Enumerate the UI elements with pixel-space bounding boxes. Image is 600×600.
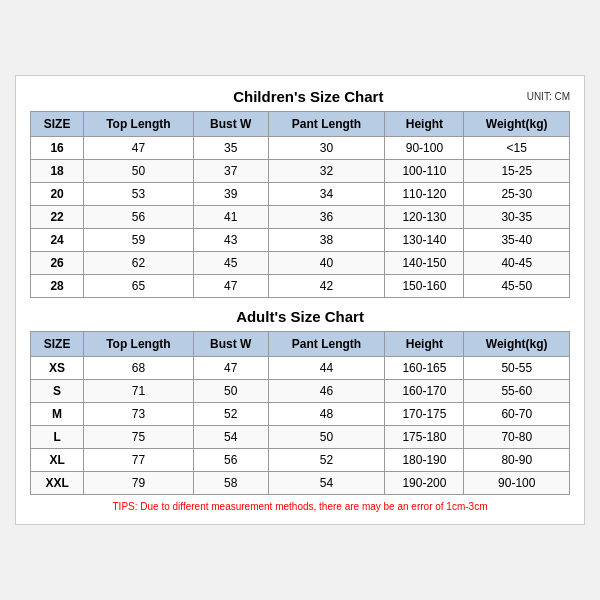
data-cell: 47 xyxy=(193,357,268,380)
data-cell: 53 xyxy=(84,183,193,206)
size-chart-container: Children's Size Chart UNIT: CM SIZE Top … xyxy=(15,75,585,525)
data-cell: 47 xyxy=(193,275,268,298)
children-size-table: SIZE Top Length Bust W Pant Length Heigh… xyxy=(30,111,570,298)
data-cell: 52 xyxy=(268,449,385,472)
adult-title-row: Adult's Size Chart xyxy=(30,308,570,325)
data-cell: 65 xyxy=(84,275,193,298)
data-cell: 25-30 xyxy=(464,183,570,206)
data-cell: 175-180 xyxy=(385,426,464,449)
data-cell: 50 xyxy=(268,426,385,449)
data-cell: 41 xyxy=(193,206,268,229)
data-cell: 70-80 xyxy=(464,426,570,449)
size-cell: XXL xyxy=(31,472,84,495)
data-cell: 35 xyxy=(193,137,268,160)
table-row: 20533934110-12025-30 xyxy=(31,183,570,206)
adult-header-height: Height xyxy=(385,332,464,357)
data-cell: 90-100 xyxy=(385,137,464,160)
data-cell: 52 xyxy=(193,403,268,426)
size-cell: XS xyxy=(31,357,84,380)
table-row: XS684744160-16550-55 xyxy=(31,357,570,380)
data-cell: 35-40 xyxy=(464,229,570,252)
size-cell: 24 xyxy=(31,229,84,252)
data-cell: 30-35 xyxy=(464,206,570,229)
data-cell: 40 xyxy=(268,252,385,275)
data-cell: 50-55 xyxy=(464,357,570,380)
data-cell: 50 xyxy=(193,380,268,403)
table-row: 28654742150-16045-50 xyxy=(31,275,570,298)
data-cell: 46 xyxy=(268,380,385,403)
size-cell: 28 xyxy=(31,275,84,298)
data-cell: 120-130 xyxy=(385,206,464,229)
table-row: M735248170-17560-70 xyxy=(31,403,570,426)
adult-size-table: SIZE Top Length Bust W Pant Length Heigh… xyxy=(30,331,570,495)
adult-table-body: XS684744160-16550-55S715046160-17055-60M… xyxy=(31,357,570,495)
children-header-row: SIZE Top Length Bust W Pant Length Heigh… xyxy=(31,112,570,137)
data-cell: 180-190 xyxy=(385,449,464,472)
table-row: L755450175-18070-80 xyxy=(31,426,570,449)
adult-header-row: SIZE Top Length Bust W Pant Length Heigh… xyxy=(31,332,570,357)
table-row: S715046160-17055-60 xyxy=(31,380,570,403)
data-cell: 15-25 xyxy=(464,160,570,183)
children-chart-title: Children's Size Chart xyxy=(90,88,527,105)
size-cell: M xyxy=(31,403,84,426)
data-cell: 73 xyxy=(84,403,193,426)
size-cell: 26 xyxy=(31,252,84,275)
data-cell: 59 xyxy=(84,229,193,252)
data-cell: 150-160 xyxy=(385,275,464,298)
adult-header-bust-w: Bust W xyxy=(193,332,268,357)
table-row: 1647353090-100<15 xyxy=(31,137,570,160)
data-cell: 90-100 xyxy=(464,472,570,495)
tips-text: TIPS: Due to different measurement metho… xyxy=(30,501,570,512)
data-cell: 190-200 xyxy=(385,472,464,495)
data-cell: 77 xyxy=(84,449,193,472)
data-cell: 50 xyxy=(84,160,193,183)
data-cell: 36 xyxy=(268,206,385,229)
size-cell: XL xyxy=(31,449,84,472)
data-cell: 39 xyxy=(193,183,268,206)
data-cell: 68 xyxy=(84,357,193,380)
header-height: Height xyxy=(385,112,464,137)
data-cell: 45 xyxy=(193,252,268,275)
adult-header-size: SIZE xyxy=(31,332,84,357)
data-cell: 43 xyxy=(193,229,268,252)
adult-header-weight: Weight(kg) xyxy=(464,332,570,357)
data-cell: 56 xyxy=(193,449,268,472)
table-row: XXL795854190-20090-100 xyxy=(31,472,570,495)
data-cell: 45-50 xyxy=(464,275,570,298)
data-cell: 71 xyxy=(84,380,193,403)
size-cell: L xyxy=(31,426,84,449)
data-cell: 32 xyxy=(268,160,385,183)
table-row: 22564136120-13030-35 xyxy=(31,206,570,229)
data-cell: 38 xyxy=(268,229,385,252)
data-cell: 44 xyxy=(268,357,385,380)
table-row: 24594338130-14035-40 xyxy=(31,229,570,252)
header-weight: Weight(kg) xyxy=(464,112,570,137)
data-cell: 160-165 xyxy=(385,357,464,380)
adult-header-pant-length: Pant Length xyxy=(268,332,385,357)
data-cell: 60-70 xyxy=(464,403,570,426)
size-cell: S xyxy=(31,380,84,403)
data-cell: 100-110 xyxy=(385,160,464,183)
data-cell: 54 xyxy=(193,426,268,449)
adult-header-top-length: Top Length xyxy=(84,332,193,357)
data-cell: 42 xyxy=(268,275,385,298)
adult-chart-title: Adult's Size Chart xyxy=(30,308,570,325)
data-cell: 30 xyxy=(268,137,385,160)
data-cell: <15 xyxy=(464,137,570,160)
children-title-row: Children's Size Chart UNIT: CM xyxy=(30,88,570,105)
size-cell: 20 xyxy=(31,183,84,206)
table-row: 26624540140-15040-45 xyxy=(31,252,570,275)
header-bust-w: Bust W xyxy=(193,112,268,137)
size-cell: 18 xyxy=(31,160,84,183)
children-table-body: 1647353090-100<1518503732100-11015-25205… xyxy=(31,137,570,298)
header-size: SIZE xyxy=(31,112,84,137)
data-cell: 75 xyxy=(84,426,193,449)
data-cell: 37 xyxy=(193,160,268,183)
data-cell: 34 xyxy=(268,183,385,206)
size-cell: 22 xyxy=(31,206,84,229)
data-cell: 62 xyxy=(84,252,193,275)
header-pant-length: Pant Length xyxy=(268,112,385,137)
size-cell: 16 xyxy=(31,137,84,160)
data-cell: 47 xyxy=(84,137,193,160)
data-cell: 58 xyxy=(193,472,268,495)
